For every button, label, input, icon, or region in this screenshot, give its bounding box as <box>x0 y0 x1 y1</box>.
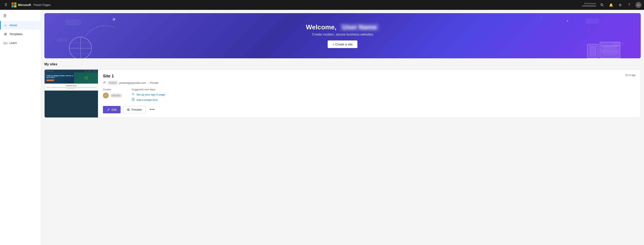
templates-icon: ⊞ <box>3 32 8 36</box>
creator-name: •••• •••• <box>110 94 122 97</box>
preview-nav-items: Home Pages Contact us <box>84 70 97 72</box>
cloud-decoration-2 <box>57 38 68 42</box>
cloud-decoration-3 <box>585 18 600 24</box>
preview-section-text: Create a short paragraph that shows your… <box>46 87 96 89</box>
creator-label: Creator <box>103 88 122 91</box>
svg-point-0 <box>601 4 603 6</box>
site-timestamp: 33 m ago <box>625 74 636 76</box>
creator-row: U •••• •••• <box>103 92 122 98</box>
svg-line-1 <box>602 5 603 6</box>
more-options-button[interactable]: ••• <box>148 106 156 113</box>
site-meta-row: Creator U •••• •••• Suggested next steps <box>103 88 636 102</box>
site-url-domain: .powerappsportals.com <box>118 81 146 84</box>
learn-icon: 📖 <box>3 41 8 45</box>
search-icon[interactable] <box>599 2 605 8</box>
next-step-signin[interactable]: Set up your sign in page <box>132 92 165 96</box>
hero-subtitle: Create modern, secure business websites <box>306 33 379 36</box>
settings-icon[interactable]: ⚙ <box>617 2 623 8</box>
site-details: 33 m ago Site 1 •••••••• .powerappsporta… <box>98 70 640 118</box>
create-site-button[interactable]: + Create a site <box>328 40 358 48</box>
hero-banner: ✈ Welcome, User Name Create modern, secu… <box>44 13 641 58</box>
next-step-signin-label: Set up your sign in page <box>136 93 165 96</box>
svg-point-4 <box>133 93 134 94</box>
hero-title: Welcome, User Name <box>306 24 379 31</box>
star-decoration-1: ✦ <box>566 19 569 22</box>
sidebar-item-label-home: Home <box>10 24 17 27</box>
main-content: ✈ Welcome, User Name Create modern, secu… <box>41 10 644 245</box>
preview-inner: Company name Home Pages Contact us Creat… <box>44 70 98 90</box>
environment-selector[interactable]: Environment •••••••••••••••• <box>582 2 596 8</box>
hero-user-name-blurred: User Name <box>340 24 379 31</box>
next-steps-list: Set up your sign in page Add a simple fo… <box>132 92 165 102</box>
preview-hero-cta: Apply an action <box>46 80 54 81</box>
star-decoration-2: ✦ <box>588 30 589 32</box>
site-url: •••••••• .powerappsportals.com <box>108 81 146 84</box>
sidebar: ☰ ⌂ Home ⊞ Templates 📖 Learn <box>0 10 41 245</box>
svg-point-2 <box>104 82 105 82</box>
monitor-device-icon <box>600 42 620 58</box>
waffle-menu-icon[interactable]: ⠿ <box>2 2 9 8</box>
creator-section: Creator U •••• •••• <box>103 88 122 102</box>
home-icon: ⌂ <box>3 24 8 27</box>
hero-content: Welcome, User Name Create modern, secure… <box>306 24 379 48</box>
my-sites-section: My sites Company name Home Pages Contact… <box>41 58 644 122</box>
next-steps-section: Suggested next steps Set up your sign in… <box>132 88 165 102</box>
preview-nav-bar: Company name Home Pages Contact us <box>44 70 98 72</box>
cloud-decoration-1 <box>65 19 81 26</box>
topbar: ⠿ Microsoft Power Pages Environment ••••… <box>0 0 644 10</box>
environment-label: Environment <box>584 2 596 5</box>
topbar-right-section: Environment •••••••••••••••• 🔔 ⚙ ? U <box>582 2 642 8</box>
main-layout: ☰ ⌂ Home ⊞ Templates 📖 Learn <box>0 10 644 245</box>
preview-hero-image: 🌿 <box>74 72 98 84</box>
site-privacy-label: – Private <box>148 81 158 84</box>
preview-button[interactable]: Preview <box>123 106 146 113</box>
sidebar-item-templates[interactable]: ⊞ Templates <box>0 30 41 38</box>
svg-point-3 <box>105 82 106 82</box>
preview-nav-contact: Contact us <box>92 70 97 72</box>
environment-value: •••••••••••••••• <box>582 5 596 8</box>
star-decoration-3: ✦ <box>541 16 542 18</box>
users-icon <box>103 81 106 85</box>
brand-name: Microsoft <box>18 3 31 6</box>
app-name: Power Pages <box>34 3 50 6</box>
site-actions: Edit Preview ••• <box>103 106 636 113</box>
site-preview-thumbnail: Company name Home Pages Contact us Creat… <box>44 70 98 118</box>
signin-icon <box>132 92 135 96</box>
sidebar-hamburger-icon[interactable]: ☰ <box>0 12 41 20</box>
next-step-form[interactable]: Add a simple form <box>132 98 165 102</box>
site-card: Company name Home Pages Contact us Creat… <box>44 70 641 118</box>
notification-icon[interactable]: 🔔 <box>608 2 614 8</box>
help-icon[interactable]: ? <box>626 2 632 8</box>
svg-point-9 <box>128 109 129 110</box>
avatar[interactable]: U <box>635 2 642 8</box>
preview-section-title: Introduction section <box>46 85 96 86</box>
preview-nav-pages: Pages <box>88 70 91 72</box>
preview-brand: Company name <box>46 70 54 72</box>
next-step-form-label: Add a simple form <box>136 98 158 102</box>
next-steps-label: Suggested next steps <box>132 88 165 91</box>
site-url-row: •••••••• .powerappsportals.com – Private <box>103 81 636 85</box>
brand-logo: Microsoft Power Pages <box>12 2 50 8</box>
form-icon <box>132 98 135 102</box>
preview-hero-text-block: Create an engaging headline, welcome, or… <box>46 75 74 81</box>
preview-nav-home: Home <box>84 70 87 72</box>
edit-button[interactable]: Edit <box>103 106 120 113</box>
my-sites-title: My sites <box>44 62 641 66</box>
preview-intro-section: Introduction section Create a short para… <box>44 84 98 91</box>
sidebar-item-label-templates: Templates <box>10 32 22 36</box>
sidebar-nav: ⌂ Home ⊞ Templates 📖 Learn <box>0 21 41 47</box>
edit-icon <box>107 108 110 111</box>
sidebar-item-home[interactable]: ⌂ Home <box>0 21 41 30</box>
preview-hero-headline: Create an engaging headline, welcome, or… <box>46 75 74 78</box>
site-url-blurred: •••••••• <box>108 81 118 84</box>
phone-device-icon <box>587 44 598 58</box>
sidebar-item-learn[interactable]: 📖 Learn <box>0 38 41 47</box>
creator-avatar: U <box>103 92 109 98</box>
devices-decoration <box>587 42 620 58</box>
microsoft-logo-icon <box>12 2 16 8</box>
preview-hero-section: Create an engaging headline, welcome, or… <box>44 72 98 84</box>
site-name: Site 1 <box>103 74 636 78</box>
preview-icon <box>127 108 130 111</box>
sidebar-item-label-learn: Learn <box>10 41 17 44</box>
